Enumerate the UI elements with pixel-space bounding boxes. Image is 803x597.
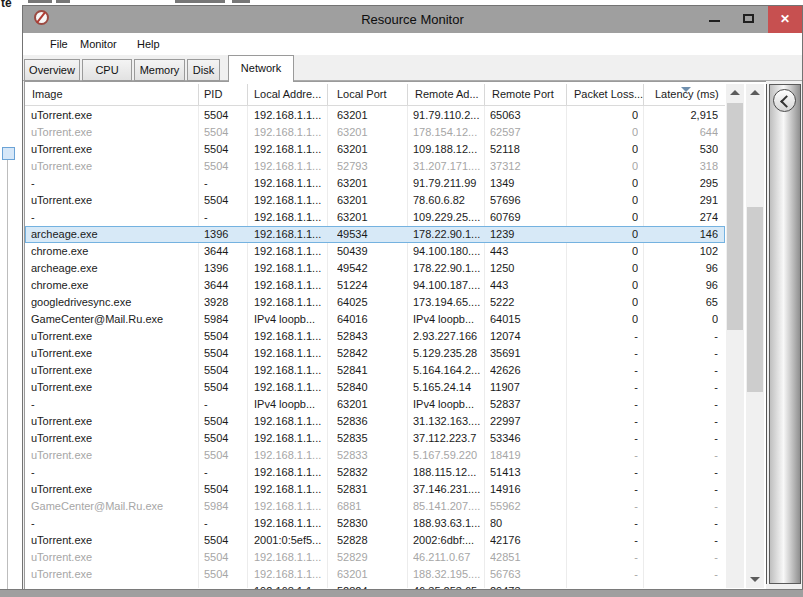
cell-latency: -	[645, 498, 718, 515]
cell-packet_loss: 0	[542, 124, 638, 141]
cell-remote_address: 2002:6dbf:...	[413, 532, 487, 549]
menu-monitor[interactable]: Monitor	[80, 33, 117, 55]
table-row[interactable]: --192.168.1.1...52832188.115.12...51413-…	[25, 464, 725, 481]
titlebar[interactable]: Resource Monitor	[23, 6, 802, 33]
table-row[interactable]: uTorrent.exe5504192.168.1.1...5283631.13…	[25, 413, 725, 430]
cell-local_port: 52793	[337, 158, 407, 175]
pane-scrollbar-thumb[interactable]	[747, 207, 763, 392]
cell-pid: -	[204, 175, 249, 192]
cell-packet_loss: 0	[542, 158, 638, 175]
table-scrollbar-thumb[interactable]	[727, 103, 743, 330]
tab-cpu[interactable]: CPU	[82, 59, 132, 81]
cell-packet_loss: -	[542, 515, 638, 532]
column-header-packet_loss[interactable]: Packet Loss...	[574, 84, 643, 105]
table-row[interactable]: uTorrent.exe5504192.168.1.1...6320191.79…	[25, 107, 725, 124]
cell-local_port: 52832	[337, 464, 407, 481]
column-header-remote_address[interactable]: Remote Ad...	[415, 84, 479, 105]
table-row[interactable]: chrome.exe3644192.168.1.1...5043994.100.…	[25, 243, 725, 260]
menu-file[interactable]: File	[50, 33, 68, 55]
cell-local_address: 192.168.1.1...	[254, 464, 334, 481]
cell-local_port: 63201	[337, 209, 407, 226]
cell-local_address: IPv4 loopb...	[254, 396, 334, 413]
cell-packet_loss: -	[542, 447, 638, 464]
cell-image: GameCenter@Mail.Ru.exe	[31, 498, 201, 515]
column-header-remote_port[interactable]: Remote Port	[492, 84, 554, 105]
tab-network[interactable]: Network	[228, 55, 294, 82]
table-row[interactable]: --192.168.1.1...5282446.35.253.6529473--	[25, 583, 725, 589]
cell-local_port: 63201	[337, 566, 407, 583]
cell-image: uTorrent.exe	[31, 566, 201, 583]
table-row[interactable]: uTorrent.exe5504192.168.1.1...63201178.1…	[25, 124, 725, 141]
cell-latency: 96	[645, 277, 718, 294]
table-row[interactable]: uTorrent.exe5504192.168.1.1...5283137.14…	[25, 481, 725, 498]
cell-packet_loss: 0	[542, 107, 638, 124]
cell-image: archeage.exe	[31, 226, 201, 243]
table-row[interactable]: uTorrent.exe55042001:0:5ef5...528282002:…	[25, 532, 725, 549]
cell-local_address: 192.168.1.1...	[254, 243, 334, 260]
table-row[interactable]: uTorrent.exe5504192.168.1.1...528405.165…	[25, 379, 725, 396]
scroll-down-button[interactable]	[746, 571, 764, 588]
minimize-button[interactable]	[699, 6, 731, 33]
table-row[interactable]: --IPv4 loopb...63201IPv4 loopb...52837--	[25, 396, 725, 413]
tab-disk[interactable]: Disk	[187, 59, 220, 81]
table-scrollbar[interactable]	[726, 84, 744, 588]
table-row[interactable]: uTorrent.exe5504192.168.1.1...528425.129…	[25, 345, 725, 362]
cell-latency: -	[645, 532, 718, 549]
table-row[interactable]: uTorrent.exe5504192.168.1.1...528432.93.…	[25, 328, 725, 345]
table-row[interactable]: uTorrent.exe5504192.168.1.1...6320178.60…	[25, 192, 725, 209]
cell-local_address: 192.168.1.1...	[254, 498, 334, 515]
table-row[interactable]: archeage.exe1396192.168.1.1...49534178.2…	[25, 226, 725, 243]
table-row[interactable]: --192.168.1.1...6320191.79.211.991349029…	[25, 175, 725, 192]
cell-local_port: 64016	[337, 311, 407, 328]
scroll-up-button[interactable]	[746, 84, 764, 101]
background-artifact	[28, 0, 52, 3]
cell-local_address: 192.168.1.1...	[254, 566, 334, 583]
table-row[interactable]: uTorrent.exe5504192.168.1.1...5283537.11…	[25, 430, 725, 447]
cell-latency: -	[645, 583, 718, 589]
menu-help[interactable]: Help	[137, 33, 160, 55]
cell-image: googledrivesync.exe	[31, 294, 201, 311]
cell-image: uTorrent.exe	[31, 413, 201, 430]
header-divider	[25, 105, 725, 106]
table-row[interactable]: googledrivesync.exe3928192.168.1.1...640…	[25, 294, 725, 311]
column-header-local_port[interactable]: Local Port	[337, 84, 387, 105]
expand-panel-button[interactable]	[773, 89, 796, 112]
cell-packet_loss: -	[542, 379, 638, 396]
table-row[interactable]: uTorrent.exe5504192.168.1.1...5282946.21…	[25, 549, 725, 566]
scroll-up-button[interactable]	[726, 84, 744, 101]
collapsed-chart-panel	[769, 84, 801, 584]
close-button[interactable]: ✕	[768, 6, 802, 33]
table-row[interactable]: uTorrent.exe5504192.168.1.1...528335.167…	[25, 447, 725, 464]
cell-packet_loss: -	[542, 498, 638, 515]
cell-packet_loss: 0	[542, 226, 638, 243]
tab-overview[interactable]: Overview	[24, 59, 80, 81]
cell-local_address: IPv4 loopb...	[254, 311, 334, 328]
table-row[interactable]: chrome.exe3644192.168.1.1...5122494.100.…	[25, 277, 725, 294]
table-row[interactable]: archeage.exe1396192.168.1.1...49542178.2…	[25, 260, 725, 277]
cell-image: archeage.exe	[31, 260, 201, 277]
cell-local_port: 51224	[337, 277, 407, 294]
cell-remote_address: 5.167.59.220	[413, 447, 487, 464]
table-row[interactable]: uTorrent.exe5504192.168.1.1...63201109.1…	[25, 141, 725, 158]
table-row[interactable]: uTorrent.exe5504192.168.1.1...528415.164…	[25, 362, 725, 379]
column-header-local_address[interactable]: Local Addre...	[254, 84, 321, 105]
table-row[interactable]: --192.168.1.1...63201109.229.25....60769…	[25, 209, 725, 226]
resource-monitor-icon	[34, 10, 49, 25]
table-row[interactable]: --192.168.1.1...52830188.93.63.1...80--	[25, 515, 725, 532]
cell-local_port: 50439	[337, 243, 407, 260]
table-row[interactable]: GameCenter@Mail.Ru.exe5984IPv4 loopb...6…	[25, 311, 725, 328]
tab-memory[interactable]: Memory	[134, 59, 185, 81]
column-header-image[interactable]: Image	[32, 84, 63, 105]
table-row[interactable]: GameCenter@Mail.Ru.exe5984192.168.1.1...…	[25, 498, 725, 515]
pane-scrollbar[interactable]	[746, 84, 764, 588]
table-row[interactable]: uTorrent.exe5504192.168.1.1...5279331.20…	[25, 158, 725, 175]
cell-local_port: 52843	[337, 328, 407, 345]
cell-pid: 3644	[204, 277, 249, 294]
maximize-button[interactable]	[733, 6, 765, 33]
cell-image: uTorrent.exe	[31, 107, 201, 124]
table-row[interactable]: uTorrent.exe5504192.168.1.1...63201188.3…	[25, 566, 725, 583]
column-header-pid[interactable]: PID	[204, 84, 222, 105]
cell-packet_loss: -	[542, 583, 638, 589]
cell-pid: 3928	[204, 294, 249, 311]
cell-image: uTorrent.exe	[31, 430, 201, 447]
